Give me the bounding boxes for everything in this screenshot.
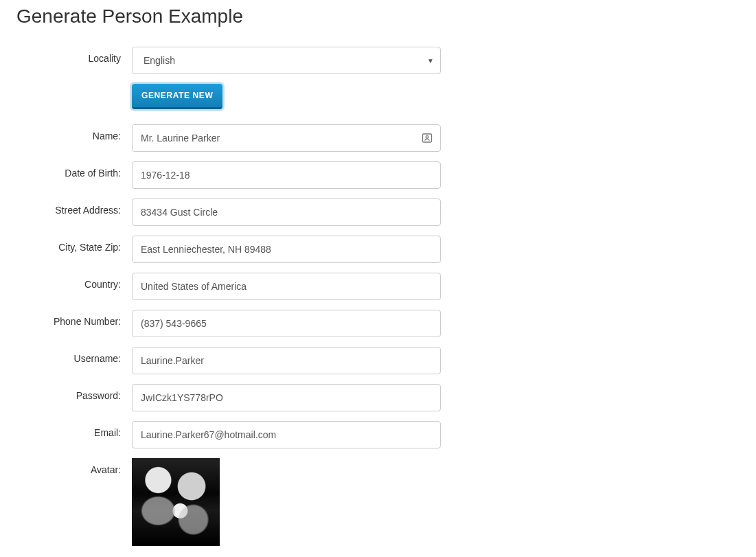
username-input[interactable] bbox=[132, 347, 441, 374]
svg-point-1 bbox=[426, 136, 428, 139]
label-username: Username: bbox=[16, 347, 132, 364]
locality-select[interactable]: English ▼ bbox=[132, 47, 441, 74]
password-input[interactable] bbox=[132, 384, 441, 411]
label-phone: Phone Number: bbox=[16, 310, 132, 327]
row-city-state-zip: City, State Zip: bbox=[16, 236, 740, 263]
street-input[interactable] bbox=[132, 198, 441, 226]
label-name: Name: bbox=[16, 124, 132, 141]
row-email: Email: bbox=[16, 421, 740, 448]
row-avatar: Avatar: bbox=[16, 458, 740, 546]
row-generate: GENERATE NEW bbox=[16, 84, 740, 109]
row-country: Country: bbox=[16, 273, 740, 300]
row-locality: Locality English ▼ bbox=[16, 47, 740, 74]
row-name: Name: bbox=[16, 124, 740, 152]
phone-input[interactable] bbox=[132, 310, 441, 337]
row-street: Street Address: bbox=[16, 198, 740, 226]
label-street: Street Address: bbox=[16, 198, 132, 216]
city-state-zip-input[interactable] bbox=[132, 236, 441, 263]
row-phone: Phone Number: bbox=[16, 310, 740, 337]
generate-new-button[interactable]: GENERATE NEW bbox=[132, 84, 222, 109]
label-email: Email: bbox=[16, 421, 132, 438]
label-password: Password: bbox=[16, 384, 132, 401]
label-locality: Locality bbox=[16, 47, 132, 64]
avatar-image bbox=[132, 458, 220, 546]
row-dob: Date of Birth: bbox=[16, 161, 740, 189]
country-input[interactable] bbox=[132, 273, 441, 300]
name-input[interactable] bbox=[132, 124, 441, 152]
label-avatar: Avatar: bbox=[16, 458, 132, 475]
locality-selected-value: English bbox=[144, 55, 175, 66]
contact-card-icon bbox=[422, 133, 433, 144]
label-city-state-zip: City, State Zip: bbox=[16, 236, 132, 253]
row-password: Password: bbox=[16, 384, 740, 411]
email-input[interactable] bbox=[132, 421, 441, 448]
page-title: Generate Person Example bbox=[16, 5, 740, 27]
row-username: Username: bbox=[16, 347, 740, 374]
label-dob: Date of Birth: bbox=[16, 161, 132, 179]
dob-input[interactable] bbox=[132, 161, 441, 189]
label-country: Country: bbox=[16, 273, 132, 290]
